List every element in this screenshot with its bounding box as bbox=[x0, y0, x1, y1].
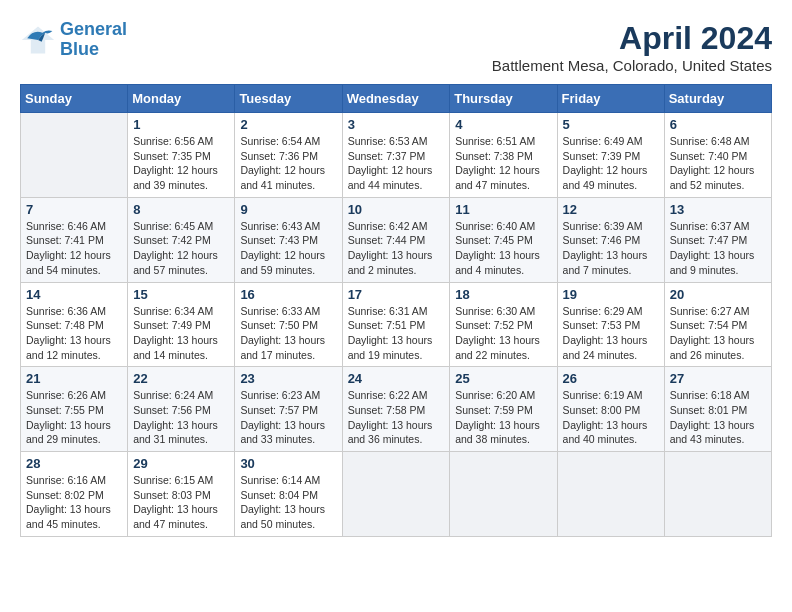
calendar-week-3: 14Sunrise: 6:36 AMSunset: 7:48 PMDayligh… bbox=[21, 282, 772, 367]
day-info: Sunrise: 6:33 AMSunset: 7:50 PMDaylight:… bbox=[240, 304, 336, 363]
calendar-cell: 11Sunrise: 6:40 AMSunset: 7:45 PMDayligh… bbox=[450, 197, 557, 282]
calendar-cell: 22Sunrise: 6:24 AMSunset: 7:56 PMDayligh… bbox=[128, 367, 235, 452]
day-number: 2 bbox=[240, 117, 336, 132]
day-info: Sunrise: 6:54 AMSunset: 7:36 PMDaylight:… bbox=[240, 134, 336, 193]
calendar-cell: 3Sunrise: 6:53 AMSunset: 7:37 PMDaylight… bbox=[342, 113, 450, 198]
day-number: 4 bbox=[455, 117, 551, 132]
day-number: 16 bbox=[240, 287, 336, 302]
day-info: Sunrise: 6:48 AMSunset: 7:40 PMDaylight:… bbox=[670, 134, 766, 193]
day-info: Sunrise: 6:26 AMSunset: 7:55 PMDaylight:… bbox=[26, 388, 122, 447]
day-number: 11 bbox=[455, 202, 551, 217]
day-info: Sunrise: 6:24 AMSunset: 7:56 PMDaylight:… bbox=[133, 388, 229, 447]
day-number: 12 bbox=[563, 202, 659, 217]
calendar-cell: 23Sunrise: 6:23 AMSunset: 7:57 PMDayligh… bbox=[235, 367, 342, 452]
calendar-table: SundayMondayTuesdayWednesdayThursdayFrid… bbox=[20, 84, 772, 537]
day-info: Sunrise: 6:43 AMSunset: 7:43 PMDaylight:… bbox=[240, 219, 336, 278]
logo: General Blue bbox=[20, 20, 127, 60]
logo-icon bbox=[20, 22, 56, 58]
calendar-cell: 12Sunrise: 6:39 AMSunset: 7:46 PMDayligh… bbox=[557, 197, 664, 282]
day-info: Sunrise: 6:30 AMSunset: 7:52 PMDaylight:… bbox=[455, 304, 551, 363]
day-number: 3 bbox=[348, 117, 445, 132]
calendar-cell bbox=[557, 452, 664, 537]
calendar-cell: 19Sunrise: 6:29 AMSunset: 7:53 PMDayligh… bbox=[557, 282, 664, 367]
calendar-body: 1Sunrise: 6:56 AMSunset: 7:35 PMDaylight… bbox=[21, 113, 772, 537]
day-info: Sunrise: 6:37 AMSunset: 7:47 PMDaylight:… bbox=[670, 219, 766, 278]
day-info: Sunrise: 6:45 AMSunset: 7:42 PMDaylight:… bbox=[133, 219, 229, 278]
day-info: Sunrise: 6:31 AMSunset: 7:51 PMDaylight:… bbox=[348, 304, 445, 363]
day-info: Sunrise: 6:49 AMSunset: 7:39 PMDaylight:… bbox=[563, 134, 659, 193]
header-day-thursday: Thursday bbox=[450, 85, 557, 113]
day-info: Sunrise: 6:29 AMSunset: 7:53 PMDaylight:… bbox=[563, 304, 659, 363]
calendar-cell: 20Sunrise: 6:27 AMSunset: 7:54 PMDayligh… bbox=[664, 282, 771, 367]
day-info: Sunrise: 6:19 AMSunset: 8:00 PMDaylight:… bbox=[563, 388, 659, 447]
calendar-cell: 27Sunrise: 6:18 AMSunset: 8:01 PMDayligh… bbox=[664, 367, 771, 452]
day-info: Sunrise: 6:18 AMSunset: 8:01 PMDaylight:… bbox=[670, 388, 766, 447]
day-number: 28 bbox=[26, 456, 122, 471]
day-number: 27 bbox=[670, 371, 766, 386]
calendar-week-1: 1Sunrise: 6:56 AMSunset: 7:35 PMDaylight… bbox=[21, 113, 772, 198]
header-day-monday: Monday bbox=[128, 85, 235, 113]
day-info: Sunrise: 6:23 AMSunset: 7:57 PMDaylight:… bbox=[240, 388, 336, 447]
calendar-cell: 16Sunrise: 6:33 AMSunset: 7:50 PMDayligh… bbox=[235, 282, 342, 367]
logo-text: General bbox=[60, 20, 127, 40]
day-number: 17 bbox=[348, 287, 445, 302]
header-day-saturday: Saturday bbox=[664, 85, 771, 113]
calendar-cell: 15Sunrise: 6:34 AMSunset: 7:49 PMDayligh… bbox=[128, 282, 235, 367]
calendar-cell: 29Sunrise: 6:15 AMSunset: 8:03 PMDayligh… bbox=[128, 452, 235, 537]
day-info: Sunrise: 6:16 AMSunset: 8:02 PMDaylight:… bbox=[26, 473, 122, 532]
calendar-cell: 26Sunrise: 6:19 AMSunset: 8:00 PMDayligh… bbox=[557, 367, 664, 452]
day-number: 20 bbox=[670, 287, 766, 302]
day-info: Sunrise: 6:46 AMSunset: 7:41 PMDaylight:… bbox=[26, 219, 122, 278]
day-number: 15 bbox=[133, 287, 229, 302]
day-info: Sunrise: 6:36 AMSunset: 7:48 PMDaylight:… bbox=[26, 304, 122, 363]
header-day-friday: Friday bbox=[557, 85, 664, 113]
page-header: General Blue April 2024 Battlement Mesa,… bbox=[20, 20, 772, 74]
calendar-cell: 17Sunrise: 6:31 AMSunset: 7:51 PMDayligh… bbox=[342, 282, 450, 367]
calendar-cell bbox=[664, 452, 771, 537]
header-day-tuesday: Tuesday bbox=[235, 85, 342, 113]
calendar-cell: 10Sunrise: 6:42 AMSunset: 7:44 PMDayligh… bbox=[342, 197, 450, 282]
calendar-cell: 18Sunrise: 6:30 AMSunset: 7:52 PMDayligh… bbox=[450, 282, 557, 367]
calendar-cell: 24Sunrise: 6:22 AMSunset: 7:58 PMDayligh… bbox=[342, 367, 450, 452]
calendar-cell: 25Sunrise: 6:20 AMSunset: 7:59 PMDayligh… bbox=[450, 367, 557, 452]
day-number: 24 bbox=[348, 371, 445, 386]
day-info: Sunrise: 6:15 AMSunset: 8:03 PMDaylight:… bbox=[133, 473, 229, 532]
day-number: 6 bbox=[670, 117, 766, 132]
calendar-cell bbox=[342, 452, 450, 537]
day-number: 19 bbox=[563, 287, 659, 302]
calendar-cell: 14Sunrise: 6:36 AMSunset: 7:48 PMDayligh… bbox=[21, 282, 128, 367]
calendar-cell: 5Sunrise: 6:49 AMSunset: 7:39 PMDaylight… bbox=[557, 113, 664, 198]
calendar-subtitle: Battlement Mesa, Colorado, United States bbox=[492, 57, 772, 74]
day-info: Sunrise: 6:34 AMSunset: 7:49 PMDaylight:… bbox=[133, 304, 229, 363]
day-number: 7 bbox=[26, 202, 122, 217]
calendar-week-4: 21Sunrise: 6:26 AMSunset: 7:55 PMDayligh… bbox=[21, 367, 772, 452]
day-number: 1 bbox=[133, 117, 229, 132]
day-number: 9 bbox=[240, 202, 336, 217]
day-number: 29 bbox=[133, 456, 229, 471]
day-info: Sunrise: 6:20 AMSunset: 7:59 PMDaylight:… bbox=[455, 388, 551, 447]
calendar-title: April 2024 bbox=[492, 20, 772, 57]
day-info: Sunrise: 6:56 AMSunset: 7:35 PMDaylight:… bbox=[133, 134, 229, 193]
day-info: Sunrise: 6:27 AMSunset: 7:54 PMDaylight:… bbox=[670, 304, 766, 363]
calendar-cell: 4Sunrise: 6:51 AMSunset: 7:38 PMDaylight… bbox=[450, 113, 557, 198]
day-number: 10 bbox=[348, 202, 445, 217]
calendar-cell: 8Sunrise: 6:45 AMSunset: 7:42 PMDaylight… bbox=[128, 197, 235, 282]
day-number: 8 bbox=[133, 202, 229, 217]
day-number: 13 bbox=[670, 202, 766, 217]
day-number: 30 bbox=[240, 456, 336, 471]
day-info: Sunrise: 6:42 AMSunset: 7:44 PMDaylight:… bbox=[348, 219, 445, 278]
day-number: 21 bbox=[26, 371, 122, 386]
calendar-cell: 6Sunrise: 6:48 AMSunset: 7:40 PMDaylight… bbox=[664, 113, 771, 198]
calendar-cell: 13Sunrise: 6:37 AMSunset: 7:47 PMDayligh… bbox=[664, 197, 771, 282]
calendar-cell: 9Sunrise: 6:43 AMSunset: 7:43 PMDaylight… bbox=[235, 197, 342, 282]
calendar-header: SundayMondayTuesdayWednesdayThursdayFrid… bbox=[21, 85, 772, 113]
day-number: 25 bbox=[455, 371, 551, 386]
calendar-cell: 2Sunrise: 6:54 AMSunset: 7:36 PMDaylight… bbox=[235, 113, 342, 198]
day-info: Sunrise: 6:22 AMSunset: 7:58 PMDaylight:… bbox=[348, 388, 445, 447]
day-info: Sunrise: 6:53 AMSunset: 7:37 PMDaylight:… bbox=[348, 134, 445, 193]
header-day-wednesday: Wednesday bbox=[342, 85, 450, 113]
calendar-cell: 7Sunrise: 6:46 AMSunset: 7:41 PMDaylight… bbox=[21, 197, 128, 282]
calendar-week-2: 7Sunrise: 6:46 AMSunset: 7:41 PMDaylight… bbox=[21, 197, 772, 282]
title-block: April 2024 Battlement Mesa, Colorado, Un… bbox=[492, 20, 772, 74]
day-info: Sunrise: 6:51 AMSunset: 7:38 PMDaylight:… bbox=[455, 134, 551, 193]
